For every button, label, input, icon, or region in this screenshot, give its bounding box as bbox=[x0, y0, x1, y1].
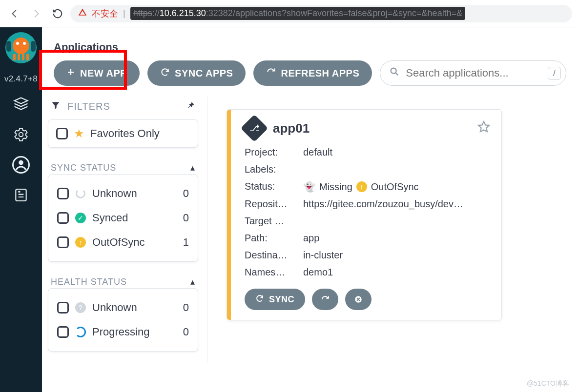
sync-apps-label: SYNC APPS bbox=[175, 68, 233, 79]
sync-icon bbox=[160, 67, 170, 79]
filter-row-unknown[interactable]: Unknown 0 bbox=[56, 181, 190, 206]
sync-label: SYNC bbox=[269, 294, 294, 305]
status-oos: OutOfSync bbox=[371, 181, 419, 193]
sync-icon bbox=[255, 294, 264, 305]
vertical-divider bbox=[207, 97, 207, 363]
highlight-box bbox=[39, 50, 127, 90]
app-card[interactable]: ⎇ app01 Project:default Labels: Status: … bbox=[227, 109, 502, 320]
filters-header: FILTERS bbox=[48, 97, 198, 119]
chevron-up-icon: ▴ bbox=[190, 276, 195, 287]
filters-title: FILTERS bbox=[67, 101, 110, 112]
star-icon: ★ bbox=[74, 127, 84, 140]
filter-count: 0 bbox=[183, 326, 189, 338]
refresh-icon bbox=[266, 67, 276, 79]
ghost-icon: 👻 bbox=[303, 181, 315, 193]
user-nav-icon[interactable] bbox=[11, 155, 31, 175]
filter-label: Unknown bbox=[92, 187, 137, 200]
apps-nav-icon[interactable] bbox=[11, 95, 31, 114]
status-key: Status: bbox=[245, 181, 303, 193]
delete-button[interactable] bbox=[345, 289, 372, 310]
url-text: https://10.6.215.30:32382/applications?s… bbox=[130, 7, 465, 20]
forward-button[interactable] bbox=[27, 5, 45, 22]
arrow-up-icon: ↑ bbox=[356, 181, 367, 192]
filter-row-health-unknown[interactable]: ? Unknown 0 bbox=[56, 295, 190, 320]
refresh-button[interactable] bbox=[312, 289, 338, 310]
version-label: v2.4.7+8 bbox=[4, 74, 38, 84]
apps-area: ⎇ app01 Project:default Labels: Status: … bbox=[207, 97, 578, 363]
target-key: Target … bbox=[245, 216, 303, 227]
sync-status-title: SYNC STATUS bbox=[51, 163, 116, 173]
filter-label: Progressing bbox=[92, 326, 149, 338]
favorites-card: ★ Favorites Only bbox=[48, 119, 198, 148]
checkbox[interactable] bbox=[57, 302, 69, 314]
svg-point-5 bbox=[391, 68, 396, 74]
settings-nav-icon[interactable] bbox=[11, 125, 31, 144]
health-status-title: HEALTH STATUS bbox=[51, 277, 127, 287]
status-missing: Missing bbox=[319, 181, 352, 193]
sync-button[interactable]: SYNC bbox=[245, 289, 305, 310]
filters-panel: FILTERS ★ Favorites Only SYNC STATUS ▴ U… bbox=[42, 97, 207, 363]
filter-label: Synced bbox=[92, 212, 128, 224]
filter-count: 0 bbox=[183, 301, 189, 314]
checkbox[interactable] bbox=[57, 212, 69, 224]
path-key: Path: bbox=[245, 233, 303, 244]
filter-label: Unknown bbox=[92, 301, 137, 314]
project-value: default bbox=[303, 147, 491, 158]
filter-row-outofsync[interactable]: ↑ OutOfSync 1 bbox=[56, 230, 190, 255]
favorite-star-icon[interactable] bbox=[477, 120, 491, 136]
chevron-up-icon: ▴ bbox=[190, 162, 195, 173]
favorites-label: Favorites Only bbox=[90, 127, 160, 140]
search-icon bbox=[389, 66, 400, 80]
insecure-label: 不安全 bbox=[92, 8, 118, 20]
checkbox[interactable] bbox=[57, 236, 69, 248]
refresh-apps-button[interactable]: REFRESH APPS bbox=[253, 60, 372, 86]
labels-key: Labels: bbox=[245, 164, 303, 175]
checkbox[interactable] bbox=[57, 326, 69, 338]
repo-key: Reposit… bbox=[245, 198, 303, 210]
labels-value bbox=[303, 164, 491, 175]
checkbox[interactable] bbox=[57, 188, 69, 199]
back-button[interactable] bbox=[6, 5, 23, 22]
search-input[interactable] bbox=[406, 67, 557, 79]
sync-apps-button[interactable]: SYNC APPS bbox=[147, 60, 246, 86]
question-icon: ? bbox=[75, 302, 86, 314]
filter-count: 0 bbox=[183, 212, 189, 224]
dest-key: Destina… bbox=[245, 250, 303, 261]
svg-point-0 bbox=[19, 133, 23, 137]
checkbox[interactable] bbox=[56, 128, 68, 139]
ns-key: Names… bbox=[245, 267, 303, 278]
favorites-filter[interactable]: ★ Favorites Only bbox=[56, 127, 190, 140]
dest-value: in-cluster bbox=[303, 250, 491, 261]
toolbar: NEW APP SYNC APPS REFRESH APPS / bbox=[42, 60, 578, 97]
search-box[interactable]: / bbox=[380, 60, 566, 86]
svg-point-4 bbox=[19, 192, 19, 192]
address-bar[interactable]: 不安全 | https://10.6.215.30:32382/applicat… bbox=[70, 5, 572, 22]
pin-icon[interactable] bbox=[186, 101, 195, 112]
ns-value: demo1 bbox=[303, 267, 491, 278]
target-value bbox=[303, 216, 491, 227]
status-value: 👻 Missing ↑ OutOfSync bbox=[303, 181, 491, 193]
slash-hint: / bbox=[548, 67, 561, 80]
warning-icon bbox=[78, 8, 87, 19]
progress-icon bbox=[75, 326, 86, 338]
project-key: Project: bbox=[245, 147, 303, 158]
filter-label: OutOfSync bbox=[92, 236, 145, 249]
health-status-card: ? Unknown 0 Progressing 0 bbox=[48, 288, 198, 352]
argo-logo[interactable] bbox=[5, 32, 37, 63]
browser-bar: 不安全 | https://10.6.215.30:32382/applicat… bbox=[0, 0, 578, 27]
status-stripe bbox=[227, 110, 231, 320]
filter-count: 0 bbox=[183, 187, 189, 200]
watermark: @51CTO博客 bbox=[527, 379, 569, 388]
app-name: app01 bbox=[273, 121, 310, 136]
sync-status-header[interactable]: SYNC STATUS ▴ bbox=[48, 159, 198, 174]
reload-button[interactable] bbox=[49, 5, 66, 22]
spinner-icon bbox=[75, 188, 86, 199]
arrow-up-icon: ↑ bbox=[75, 236, 86, 248]
health-status-header[interactable]: HEALTH STATUS ▴ bbox=[48, 274, 198, 288]
filter-row-progressing[interactable]: Progressing 0 bbox=[56, 320, 190, 344]
path-value: app bbox=[303, 233, 491, 244]
filter-row-synced[interactable]: ✓ Synced 0 bbox=[56, 206, 190, 230]
docs-nav-icon[interactable] bbox=[11, 185, 31, 205]
svg-rect-3 bbox=[16, 189, 26, 201]
git-icon: ⎇ bbox=[241, 115, 268, 142]
